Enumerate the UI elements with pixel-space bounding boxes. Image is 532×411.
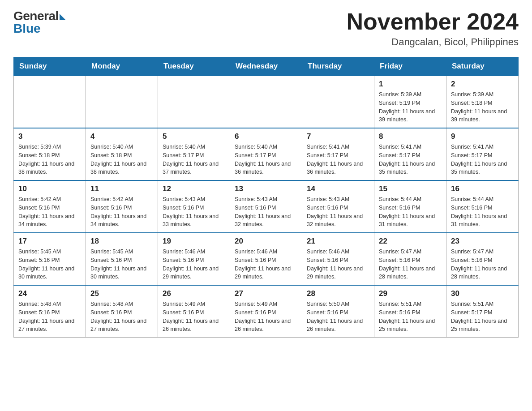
day-number: 2 <box>451 80 514 89</box>
calendar-cell <box>302 76 374 128</box>
logo-triangle-icon <box>60 14 66 20</box>
day-number: 25 <box>90 289 153 298</box>
calendar-cell: 5Sunrise: 5:40 AM Sunset: 5:17 PM Daylig… <box>158 128 230 180</box>
calendar-cell: 11Sunrise: 5:42 AM Sunset: 5:16 PM Dayli… <box>86 180 158 233</box>
calendar-cell: 10Sunrise: 5:42 AM Sunset: 5:16 PM Dayli… <box>14 180 86 233</box>
day-number: 13 <box>235 184 297 193</box>
calendar-cell <box>14 76 86 128</box>
day-info: Sunrise: 5:40 AM Sunset: 5:18 PM Dayligh… <box>90 143 153 176</box>
day-number: 18 <box>90 237 153 246</box>
day-number: 29 <box>379 289 442 298</box>
day-of-week-header: Saturday <box>446 57 519 76</box>
calendar-cell: 26Sunrise: 5:49 AM Sunset: 5:16 PM Dayli… <box>158 285 230 338</box>
day-number: 6 <box>235 132 297 141</box>
logo-blue-text: Blue <box>13 21 41 36</box>
calendar-week-row: 17Sunrise: 5:45 AM Sunset: 5:16 PM Dayli… <box>14 233 519 285</box>
day-number: 12 <box>163 184 225 193</box>
day-info: Sunrise: 5:44 AM Sunset: 5:16 PM Dayligh… <box>451 195 514 229</box>
day-info: Sunrise: 5:39 AM Sunset: 5:19 PM Dayligh… <box>379 90 442 124</box>
calendar-cell: 9Sunrise: 5:41 AM Sunset: 5:17 PM Daylig… <box>446 128 519 180</box>
day-info: Sunrise: 5:43 AM Sunset: 5:16 PM Dayligh… <box>307 195 369 229</box>
day-info: Sunrise: 5:46 AM Sunset: 5:16 PM Dayligh… <box>235 248 297 281</box>
day-info: Sunrise: 5:39 AM Sunset: 5:18 PM Dayligh… <box>451 90 514 124</box>
day-info: Sunrise: 5:45 AM Sunset: 5:16 PM Dayligh… <box>18 248 81 281</box>
calendar-cell: 8Sunrise: 5:41 AM Sunset: 5:17 PM Daylig… <box>374 128 446 180</box>
day-info: Sunrise: 5:43 AM Sunset: 5:16 PM Dayligh… <box>163 195 225 229</box>
day-info: Sunrise: 5:46 AM Sunset: 5:16 PM Dayligh… <box>163 248 225 281</box>
calendar-cell: 14Sunrise: 5:43 AM Sunset: 5:16 PM Dayli… <box>302 180 374 233</box>
day-info: Sunrise: 5:45 AM Sunset: 5:16 PM Dayligh… <box>90 248 153 281</box>
calendar-cell: 16Sunrise: 5:44 AM Sunset: 5:16 PM Dayli… <box>446 180 519 233</box>
day-info: Sunrise: 5:46 AM Sunset: 5:16 PM Dayligh… <box>307 248 369 281</box>
day-number: 5 <box>163 132 225 141</box>
title-section: November 2024 Dangcalan, Bicol, Philippi… <box>347 9 519 48</box>
day-number: 1 <box>379 80 442 89</box>
page-header: General Blue November 2024 Dangcalan, Bi… <box>13 9 519 48</box>
calendar-cell: 29Sunrise: 5:51 AM Sunset: 5:16 PM Dayli… <box>374 285 446 338</box>
day-info: Sunrise: 5:39 AM Sunset: 5:18 PM Dayligh… <box>18 143 81 176</box>
calendar-cell: 25Sunrise: 5:48 AM Sunset: 5:16 PM Dayli… <box>86 285 158 338</box>
calendar-cell: 28Sunrise: 5:50 AM Sunset: 5:16 PM Dayli… <box>302 285 374 338</box>
day-number: 19 <box>163 237 225 246</box>
calendar-week-row: 10Sunrise: 5:42 AM Sunset: 5:16 PM Dayli… <box>14 180 519 233</box>
day-number: 7 <box>307 132 369 141</box>
calendar-cell: 7Sunrise: 5:41 AM Sunset: 5:17 PM Daylig… <box>302 128 374 180</box>
calendar-cell <box>86 76 158 128</box>
day-number: 24 <box>18 289 81 298</box>
day-number: 9 <box>451 132 514 141</box>
day-number: 23 <box>451 237 514 246</box>
calendar-cell: 2Sunrise: 5:39 AM Sunset: 5:18 PM Daylig… <box>446 76 519 128</box>
calendar-cell: 15Sunrise: 5:44 AM Sunset: 5:16 PM Dayli… <box>374 180 446 233</box>
day-info: Sunrise: 5:40 AM Sunset: 5:17 PM Dayligh… <box>163 143 225 176</box>
day-number: 10 <box>18 184 81 193</box>
day-number: 11 <box>90 184 153 193</box>
day-info: Sunrise: 5:42 AM Sunset: 5:16 PM Dayligh… <box>18 195 81 229</box>
calendar-body: 1Sunrise: 5:39 AM Sunset: 5:19 PM Daylig… <box>14 76 519 338</box>
calendar-cell: 23Sunrise: 5:47 AM Sunset: 5:16 PM Dayli… <box>446 233 519 285</box>
calendar-cell: 20Sunrise: 5:46 AM Sunset: 5:16 PM Dayli… <box>230 233 302 285</box>
day-of-week-header: Sunday <box>14 57 86 76</box>
calendar-cell: 22Sunrise: 5:47 AM Sunset: 5:16 PM Dayli… <box>374 233 446 285</box>
calendar-cell: 1Sunrise: 5:39 AM Sunset: 5:19 PM Daylig… <box>374 76 446 128</box>
day-number: 28 <box>307 289 369 298</box>
days-of-week-row: SundayMondayTuesdayWednesdayThursdayFrid… <box>14 57 519 76</box>
calendar-cell <box>230 76 302 128</box>
calendar-cell: 18Sunrise: 5:45 AM Sunset: 5:16 PM Dayli… <box>86 233 158 285</box>
day-number: 14 <box>307 184 369 193</box>
logo: General Blue <box>13 9 66 36</box>
calendar-cell: 4Sunrise: 5:40 AM Sunset: 5:18 PM Daylig… <box>86 128 158 180</box>
day-of-week-header: Tuesday <box>158 57 230 76</box>
day-number: 22 <box>379 237 442 246</box>
month-title: November 2024 <box>347 9 519 34</box>
calendar-cell: 12Sunrise: 5:43 AM Sunset: 5:16 PM Dayli… <box>158 180 230 233</box>
day-number: 20 <box>235 237 297 246</box>
day-info: Sunrise: 5:51 AM Sunset: 5:16 PM Dayligh… <box>379 300 442 334</box>
day-number: 27 <box>235 289 297 298</box>
day-info: Sunrise: 5:48 AM Sunset: 5:16 PM Dayligh… <box>90 300 153 334</box>
day-number: 21 <box>307 237 369 246</box>
calendar-cell: 19Sunrise: 5:46 AM Sunset: 5:16 PM Dayli… <box>158 233 230 285</box>
calendar-week-row: 24Sunrise: 5:48 AM Sunset: 5:16 PM Dayli… <box>14 285 519 338</box>
calendar-cell: 30Sunrise: 5:51 AM Sunset: 5:17 PM Dayli… <box>446 285 519 338</box>
day-of-week-header: Monday <box>86 57 158 76</box>
day-number: 30 <box>451 289 514 298</box>
day-info: Sunrise: 5:49 AM Sunset: 5:16 PM Dayligh… <box>163 300 225 334</box>
calendar-table: SundayMondayTuesdayWednesdayThursdayFrid… <box>13 57 519 338</box>
location-text: Dangcalan, Bicol, Philippines <box>347 36 519 48</box>
calendar-header: SundayMondayTuesdayWednesdayThursdayFrid… <box>14 57 519 76</box>
day-info: Sunrise: 5:48 AM Sunset: 5:16 PM Dayligh… <box>18 300 81 334</box>
calendar-cell: 3Sunrise: 5:39 AM Sunset: 5:18 PM Daylig… <box>14 128 86 180</box>
day-of-week-header: Wednesday <box>230 57 302 76</box>
day-of-week-header: Friday <box>374 57 446 76</box>
day-info: Sunrise: 5:44 AM Sunset: 5:16 PM Dayligh… <box>379 195 442 229</box>
day-info: Sunrise: 5:43 AM Sunset: 5:16 PM Dayligh… <box>235 195 297 229</box>
calendar-cell: 6Sunrise: 5:40 AM Sunset: 5:17 PM Daylig… <box>230 128 302 180</box>
calendar-week-row: 1Sunrise: 5:39 AM Sunset: 5:19 PM Daylig… <box>14 76 519 128</box>
day-info: Sunrise: 5:41 AM Sunset: 5:17 PM Dayligh… <box>379 143 442 176</box>
day-info: Sunrise: 5:49 AM Sunset: 5:16 PM Dayligh… <box>235 300 297 334</box>
calendar-cell <box>158 76 230 128</box>
calendar-week-row: 3Sunrise: 5:39 AM Sunset: 5:18 PM Daylig… <box>14 128 519 180</box>
day-info: Sunrise: 5:50 AM Sunset: 5:16 PM Dayligh… <box>307 300 369 334</box>
day-info: Sunrise: 5:41 AM Sunset: 5:17 PM Dayligh… <box>451 143 514 176</box>
day-number: 15 <box>379 184 442 193</box>
